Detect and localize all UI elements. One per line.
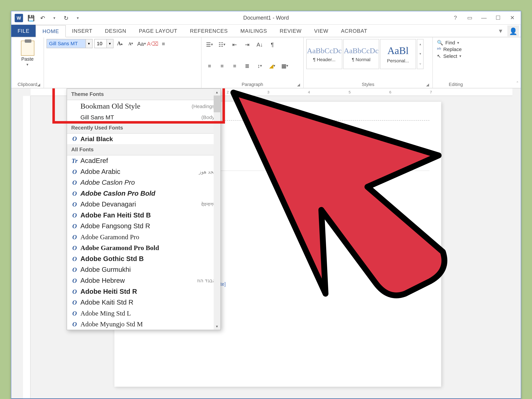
ribbon: Paste ▾ Clipboard◢ Gill Sans MT ▾ 10 ▾ A… — [11, 37, 521, 88]
font-option[interactable]: OAdobe Arabicأبجد هوز — [67, 166, 220, 177]
document-area: 2 3 4 5 6 7 pe the completion date] plis… — [11, 89, 521, 399]
dropdown-scrollbar[interactable]: ▴ ▾ — [214, 89, 220, 330]
justify-button[interactable]: ≣ — [243, 61, 252, 70]
increase-indent-button[interactable]: ⇥ — [243, 40, 252, 49]
save-icon[interactable]: 💾 — [27, 14, 35, 21]
font-glyph-icon: O — [70, 244, 79, 252]
font-glyph-icon: O — [70, 310, 79, 317]
font-option[interactable]: OAdobe Caslon Pro — [67, 177, 220, 188]
bullets-button[interactable]: ≡ — [159, 39, 168, 48]
shrink-font-button[interactable]: A▾ — [126, 39, 135, 48]
replace-button[interactable]: ᵃᵇReplace — [437, 47, 475, 52]
sort-button[interactable]: A↓ — [255, 40, 264, 49]
font-glyph-icon: O — [70, 277, 79, 284]
redo-icon[interactable]: ↻ — [62, 14, 70, 21]
qat-customize-icon[interactable]: ▾ — [74, 14, 82, 21]
status-bar: PAGE 1 OF 1 65 WORDS 📖 ▶ ▤ ▦ ▥ − + 80% — [11, 399, 521, 399]
font-option[interactable]: OAdobe Gothic Std B — [67, 253, 220, 265]
help-icon[interactable]: ? — [450, 13, 461, 23]
group-label-editing: Editing — [435, 82, 476, 88]
scroll-thumb[interactable] — [214, 95, 220, 112]
shading-button[interactable]: ◢▾ — [268, 61, 277, 70]
font-glyph-icon: O — [70, 234, 79, 241]
tab-file[interactable]: FILE — [11, 25, 36, 37]
font-glyph-icon: O — [70, 135, 79, 142]
select-button[interactable]: ↖Select ▾ — [437, 53, 475, 59]
minimize-button[interactable]: — — [478, 13, 490, 23]
scroll-up-icon[interactable]: ▴ — [214, 89, 220, 95]
align-right-button[interactable]: ≡ — [230, 61, 239, 70]
close-button[interactable]: ✕ — [507, 13, 518, 23]
font-option-arial-black[interactable]: O Arial Black — [67, 134, 220, 144]
font-option[interactable]: OAdobe Heiti Std R — [67, 286, 220, 297]
font-option[interactable]: OAdobe Garamond Pro Bold — [67, 243, 220, 253]
align-center-button[interactable]: ≡ — [217, 61, 227, 70]
dialog-launcher-icon[interactable]: ◢ — [37, 82, 40, 87]
font-option[interactable]: TrAcadEref — [67, 155, 220, 166]
tab-home[interactable]: HOME — [36, 25, 66, 37]
font-option[interactable]: OAdobe Kaiti Std R — [67, 297, 220, 308]
dropdown-header-recent: Recently Used Fonts — [67, 122, 220, 134]
font-option[interactable]: OAdobe Fangsong Std R — [67, 221, 220, 232]
paste-label: Paste — [21, 57, 34, 62]
font-option[interactable]: OAdobe Fan Heiti Std B — [67, 210, 220, 221]
dialog-launcher-icon[interactable]: ◢ — [297, 82, 300, 87]
font-option[interactable]: OAdobe Devanagariदेवनागरी — [67, 199, 220, 210]
tab-overflow-icon[interactable]: ▾ — [496, 25, 506, 37]
chevron-down-icon[interactable]: ▾ — [85, 39, 92, 48]
font-glyph-icon: O — [70, 288, 79, 295]
font-option[interactable]: OAdobe Hebrewאבגד הוז — [67, 275, 220, 286]
font-dropdown[interactable]: Theme Fonts Bookman Old Style (Headings)… — [67, 89, 221, 330]
find-button[interactable]: 🔍Find ▾ — [437, 40, 475, 45]
styles-scroll[interactable]: ▴▾▿ — [417, 39, 424, 69]
font-option[interactable]: OAdobe Gurmukhi — [67, 264, 220, 275]
align-left-button[interactable]: ≡ — [205, 61, 214, 70]
font-glyph-icon: O — [70, 266, 79, 273]
tab-review[interactable]: REVIEW — [273, 25, 308, 37]
font-option[interactable]: OAdobe Ming Std L — [67, 308, 220, 319]
change-case-button[interactable]: Aa ▾ — [137, 39, 146, 48]
tab-view[interactable]: VIEW — [308, 25, 335, 37]
maximize-button[interactable]: ☐ — [492, 13, 504, 23]
dialog-launcher-icon[interactable]: ◢ — [426, 82, 429, 87]
styles-gallery[interactable]: AaBbCcDc ¶ Header... AaBbCcDc ¶ Normal A… — [306, 39, 430, 69]
style-item-personal[interactable]: AaBl Personal... — [380, 39, 416, 69]
ribbon-display-icon[interactable]: ▭ — [464, 13, 476, 23]
numbering-button[interactable]: ☰▾ — [205, 40, 214, 49]
clear-formatting-button[interactable]: A⌫ — [148, 39, 157, 48]
font-glyph-icon: Tr — [70, 157, 79, 165]
collapse-ribbon-icon[interactable]: ˆ — [517, 81, 518, 86]
cursor-icon: ↖ — [437, 53, 441, 59]
scroll-down-icon[interactable]: ▾ — [214, 323, 220, 330]
font-option-bookman[interactable]: Bookman Old Style (Headings) — [67, 100, 220, 112]
tab-design[interactable]: DESIGN — [99, 25, 133, 37]
style-item-normal[interactable]: AaBbCcDc ¶ Normal — [343, 39, 379, 69]
style-item-header[interactable]: AaBbCcDc ¶ Header... — [306, 39, 342, 69]
borders-button[interactable]: ▦▾ — [280, 61, 289, 70]
font-glyph-icon: O — [70, 255, 79, 262]
tab-insert[interactable]: INSERT — [66, 25, 99, 37]
font-size-combo[interactable]: 10 ▾ — [94, 39, 114, 48]
multilevel-button[interactable]: ☷▾ — [217, 40, 227, 49]
font-option[interactable]: OAdobe Caslon Pro Bold — [67, 188, 220, 199]
undo-dropdown-icon[interactable]: ▾ — [51, 14, 58, 21]
show-marks-button[interactable]: ¶ — [268, 40, 277, 49]
font-option[interactable]: OAdobe Garamond Pro — [67, 232, 220, 243]
tab-page-layout[interactable]: PAGE LAYOUT — [133, 25, 184, 37]
grow-font-button[interactable]: A▴ — [115, 39, 124, 48]
undo-icon[interactable]: ↶ — [39, 14, 46, 21]
tab-acrobat[interactable]: ACROBAT — [335, 25, 374, 37]
account-icon[interactable]: 👤 — [507, 25, 519, 37]
font-option[interactable]: OAdobe Myungjo Std M — [67, 319, 220, 330]
title-bar: W 💾 ↶ ▾ ↻ ▾ Document1 - Word ? ▭ — ☐ ✕ — [11, 11, 521, 25]
tab-mailings[interactable]: MAILINGS — [234, 25, 273, 37]
tab-references[interactable]: REFERENCES — [184, 25, 234, 37]
decrease-indent-button[interactable]: ⇤ — [230, 40, 239, 49]
font-option-gill-sans[interactable]: Gill Sans MT (Body) — [67, 112, 220, 122]
paste-button[interactable]: Paste ▾ — [14, 39, 41, 68]
chevron-down-icon[interactable]: ▾ — [106, 39, 113, 48]
line-spacing-button[interactable]: ↕▾ — [255, 61, 264, 70]
font-name-combo[interactable]: Gill Sans MT ▾ — [47, 39, 93, 48]
font-glyph-icon: O — [70, 179, 79, 186]
vertical-ruler[interactable] — [23, 96, 31, 398]
